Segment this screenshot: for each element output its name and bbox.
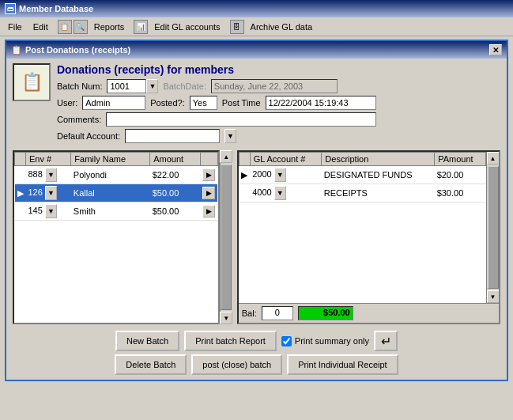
- family-name: Kallal: [71, 184, 150, 202]
- gl-col-indicator: [239, 153, 250, 166]
- scroll-thumb[interactable]: [221, 165, 232, 310]
- gl-dropdown-1[interactable]: ▼: [274, 168, 286, 182]
- bal-amount: $50.00: [298, 306, 353, 320]
- col-amount: Amount: [150, 153, 201, 166]
- gl-dropdown-2[interactable]: ▼: [274, 186, 286, 200]
- row-indicator: [15, 166, 26, 184]
- title-bar-label: Member Database: [19, 4, 93, 13]
- env-dropdown-3[interactable]: ▼: [45, 204, 57, 218]
- default-account-row: Default Account: ▼: [57, 129, 376, 143]
- posted-label: Posted?:: [150, 98, 184, 108]
- nav-btn-3[interactable]: ▶: [202, 205, 215, 218]
- gl-desc: DESIGNATED FUNDS: [322, 166, 435, 184]
- row-indicator: ▶: [15, 184, 26, 202]
- balance-row: Bal: 0 $50.00: [239, 303, 499, 323]
- scroll-thumb-r[interactable]: [488, 166, 499, 289]
- gl-pamount: $20.00: [435, 166, 486, 184]
- amount: $50.00: [150, 184, 201, 202]
- table-row[interactable]: 888 ▼ Polyondi $22.00 ▶: [15, 166, 218, 184]
- toolbar-icon-4[interactable]: 🗄: [230, 20, 244, 34]
- scroll-down-arrow[interactable]: ▼: [220, 312, 232, 324]
- user-input[interactable]: [82, 96, 145, 110]
- nav-btn-2[interactable]: ▶: [202, 187, 215, 199]
- menu-reports[interactable]: Reports: [89, 21, 130, 33]
- nav-cell: ▶: [200, 184, 217, 202]
- new-batch-button[interactable]: New Batch: [115, 331, 179, 351]
- nav-btn-1[interactable]: ▶: [202, 168, 215, 181]
- post-time-label: Post Time: [222, 98, 261, 108]
- gl-table-wrapper: GL Account # Description PAmount ▶: [237, 150, 500, 324]
- button-row-1: New Batch Print batch Report Print summa…: [13, 331, 500, 351]
- donations-table: Env # Family Name Amount: [14, 152, 218, 221]
- toolbar-icon-2[interactable]: 🔍: [74, 20, 88, 34]
- batch-date-label: BatchDate:: [163, 81, 206, 91]
- env-dropdown-1[interactable]: ▼: [45, 168, 57, 182]
- table-row[interactable]: 145 ▼ Smith $50.00 ▶: [15, 202, 218, 221]
- menu-bar: File Edit 📋 🔍 Reports 📊 Edit GL accounts…: [0, 17, 513, 36]
- gl-account: 2000 ▼: [250, 166, 322, 184]
- dialog-title-bar: 📋 Post Donations (receipts) ✕: [6, 41, 507, 59]
- scroll-up-arrow-r[interactable]: ▲: [487, 152, 500, 165]
- menu-edit-gl[interactable]: Edit GL accounts: [149, 21, 224, 33]
- toolbar-icon-1[interactable]: 📋: [58, 20, 72, 34]
- env-num: 126 ▼: [26, 184, 71, 202]
- dialog-post-donations: 📋 Post Donations (receipts) ✕ 📋 Donation…: [5, 40, 508, 381]
- print-summary-wrap: Print summary only: [281, 331, 369, 351]
- posted-input[interactable]: [190, 96, 217, 110]
- bal-label: Bal:: [242, 308, 257, 318]
- menu-edit[interactable]: Edit: [28, 21, 53, 33]
- print-summary-label: Print summary only: [295, 336, 369, 346]
- print-individual-receipt-button[interactable]: Print Individual Receipt: [287, 354, 398, 375]
- right-table-scrollbar[interactable]: ▲ ▼: [486, 152, 499, 303]
- scroll-down-arrow-r[interactable]: ▼: [487, 290, 500, 303]
- env-num: 888 ▼: [26, 166, 71, 184]
- batch-num-input[interactable]: [107, 79, 146, 93]
- env-num: 145 ▼: [26, 202, 71, 221]
- default-account-input[interactable]: [125, 129, 220, 143]
- gl-col-pamount: PAmount: [435, 153, 486, 166]
- env-dropdown-2[interactable]: ▼: [45, 186, 57, 200]
- print-batch-report-button[interactable]: Print batch Report: [184, 331, 277, 351]
- batch-num-dropdown[interactable]: ▼: [146, 79, 158, 93]
- left-table-scrollbar[interactable]: ▲ ▼: [220, 150, 232, 324]
- scroll-up-arrow[interactable]: ▲: [220, 150, 232, 163]
- left-table-container: Env # Family Name Amount: [13, 150, 232, 324]
- bal-zero: 0: [262, 306, 293, 320]
- header-text: Donations (receipts) for members Batch N…: [57, 63, 376, 146]
- header-icon-glyph: 📋: [21, 72, 43, 93]
- gl-col-desc: Description: [322, 153, 435, 166]
- dialog-title-label: Post Donations (receipts): [25, 45, 130, 55]
- gl-table: GL Account # Description PAmount ▶: [239, 152, 486, 202]
- icon-action-glyph: ↵: [381, 334, 391, 349]
- header-icon: 📋: [13, 63, 51, 101]
- menu-archive-gl[interactable]: Archive GL data: [246, 21, 317, 33]
- table-row[interactable]: ▶ 126 ▼ Kallal $50.00 ▶: [15, 184, 218, 202]
- default-account-label: Default Account:: [57, 131, 120, 141]
- dialog-header: 📋 Donations (receipts) for members Batch…: [13, 63, 500, 146]
- print-summary-checkbox[interactable]: [281, 336, 292, 346]
- nav-cell: ▶: [200, 166, 217, 184]
- table-row[interactable]: 4000 ▼ RECEIPTS $30.00: [239, 184, 485, 202]
- menu-file[interactable]: File: [3, 21, 27, 33]
- right-table-container: GL Account # Description PAmount ▶: [237, 150, 500, 324]
- comments-input[interactable]: [106, 112, 375, 127]
- gl-desc: RECEIPTS: [322, 184, 435, 202]
- col-nav: [200, 153, 217, 166]
- col-env: Env #: [26, 153, 71, 166]
- gl-pamount: $30.00: [435, 184, 486, 202]
- family-name: Smith: [71, 202, 150, 221]
- dialog-heading: Donations (receipts) for members: [57, 63, 376, 76]
- left-table-inner: Env # Family Name Amount: [13, 150, 220, 324]
- toolbar-icon-3[interactable]: 📊: [134, 20, 148, 34]
- table-row[interactable]: ▶ 2000 ▼ DESIGNATED FUNDS $20.00: [239, 166, 485, 184]
- amount: $50.00: [150, 202, 201, 221]
- post-time-input[interactable]: [266, 96, 376, 110]
- delete-batch-button[interactable]: Delete Batch: [115, 354, 187, 375]
- comments-row: Comments:: [57, 112, 376, 127]
- icon-action-button[interactable]: ↵: [374, 331, 398, 351]
- default-account-dropdown[interactable]: ▼: [224, 129, 236, 143]
- family-name: Polyondi: [71, 166, 150, 184]
- post-close-batch-button[interactable]: post (close) batch: [191, 354, 282, 375]
- dialog-close-button[interactable]: ✕: [489, 44, 502, 55]
- gl-table-inner: GL Account # Description PAmount ▶: [239, 152, 499, 303]
